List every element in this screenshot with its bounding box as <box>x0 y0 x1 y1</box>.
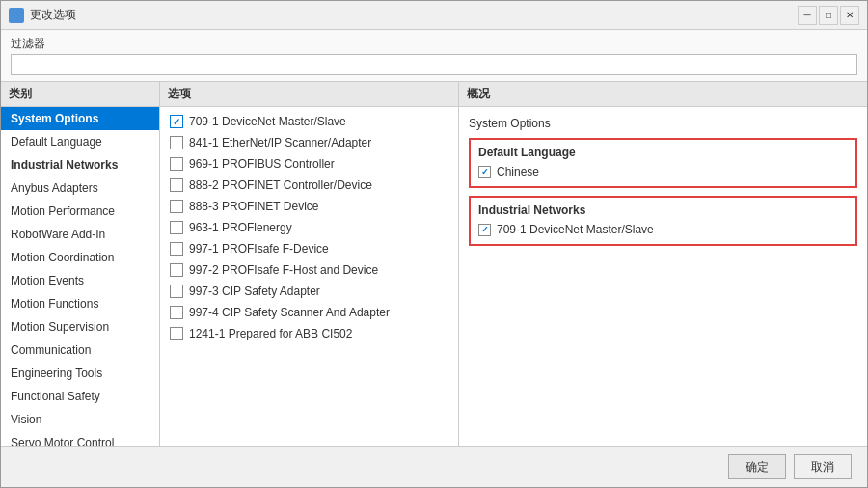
title-bar-left: 更改选项 <box>9 7 76 23</box>
option-label-963-1: 963-1 PROFlenergy <box>189 221 292 234</box>
option-checkbox-997-1[interactable] <box>170 242 183 256</box>
option-item-709-1[interactable]: 709-1 DeviceNet Master/Slave <box>160 111 458 132</box>
category-item-motion-supervision[interactable]: Motion Supervision <box>1 315 159 339</box>
option-label-888-2: 888-2 PROFINET Controller/Device <box>189 178 372 192</box>
overview-default-language-section: Default Language Chinese <box>469 138 857 188</box>
option-checkbox-1241-1[interactable] <box>170 327 183 340</box>
category-item-vision[interactable]: Vision <box>1 408 159 431</box>
option-item-997-1[interactable]: 997-1 PROFIsafe F-Device <box>160 238 458 259</box>
option-item-888-3[interactable]: 888-3 PROFINET Device <box>160 196 458 217</box>
window-title: 更改选项 <box>30 7 76 23</box>
filter-label: 过滤器 <box>11 36 857 52</box>
filter-input[interactable] <box>11 54 857 75</box>
option-item-1241-1[interactable]: 1241-1 Prepared for ABB CI502 <box>160 323 458 344</box>
option-item-888-2[interactable]: 888-2 PROFINET Controller/Device <box>160 175 458 196</box>
window-controls: ─ □ ✕ <box>798 6 859 25</box>
option-item-963-1[interactable]: 963-1 PROFlenergy <box>160 217 458 238</box>
category-item-motion-coordination[interactable]: Motion Coordination <box>1 246 159 269</box>
option-label-969-1: 969-1 PROFIBUS Controller <box>189 157 335 171</box>
option-checkbox-997-4[interactable] <box>170 306 183 319</box>
option-label-709-1: 709-1 DeviceNet Master/Slave <box>189 115 346 128</box>
option-checkbox-969-1[interactable] <box>170 157 183 171</box>
category-item-servo-motor-control[interactable]: Servo Motor Control <box>1 431 159 446</box>
option-item-997-3[interactable]: 997-3 CIP Safety Adapter <box>160 281 458 302</box>
overview-dl-label-0: Chinese <box>497 165 539 178</box>
maximize-button[interactable]: □ <box>819 6 838 25</box>
app-icon <box>9 8 24 23</box>
filter-bar: 过滤器 <box>1 30 867 82</box>
option-label-997-4: 997-4 CIP Safety Scanner And Adapter <box>189 306 390 319</box>
category-item-motion-events[interactable]: Motion Events <box>1 269 159 292</box>
option-label-841-1: 841-1 EtherNet/IP Scanner/Adapter <box>189 136 371 149</box>
category-item-motion-functions[interactable]: Motion Functions <box>1 292 159 315</box>
category-item-communication[interactable]: Communication <box>1 339 159 362</box>
category-item-robotware-add-in[interactable]: RobotWare Add-In <box>1 223 159 246</box>
category-list: System OptionsDefault LanguageIndustrial… <box>1 107 159 446</box>
category-item-default-language[interactable]: Default Language <box>1 130 159 153</box>
minimize-button[interactable]: ─ <box>798 6 817 25</box>
mid-panel: 选项 709-1 DeviceNet Master/Slave841-1 Eth… <box>160 82 459 446</box>
overview-industrial-networks-title: Industrial Networks <box>478 203 848 217</box>
main-content: 类别 System OptionsDefault LanguageIndustr… <box>1 82 867 446</box>
right-panel: 概况 System Options Default Language Chine… <box>459 82 867 446</box>
option-label-997-2: 997-2 PROFIsafe F-Host and Device <box>189 263 378 277</box>
cancel-button[interactable]: 取消 <box>794 454 852 479</box>
overview-dl-item-0: Chinese <box>478 163 848 180</box>
overview-header: 概况 <box>459 82 867 107</box>
overview-industrial-networks-section: Industrial Networks 709-1 DeviceNet Mast… <box>469 196 857 246</box>
overview-system-options-title: System Options <box>469 117 857 130</box>
option-checkbox-997-3[interactable] <box>170 285 183 298</box>
overview-dl-checkbox-0 <box>478 166 491 178</box>
option-checkbox-841-1[interactable] <box>170 136 183 149</box>
option-label-1241-1: 1241-1 Prepared for ABB CI502 <box>189 327 352 340</box>
options-header: 选项 <box>160 82 458 107</box>
category-item-motion-performance[interactable]: Motion Performance <box>1 200 159 223</box>
category-item-system-options[interactable]: System Options <box>1 107 159 130</box>
left-panel: 类别 System OptionsDefault LanguageIndustr… <box>1 82 160 446</box>
option-checkbox-888-2[interactable] <box>170 178 183 192</box>
option-checkbox-888-3[interactable] <box>170 200 183 213</box>
option-item-997-2[interactable]: 997-2 PROFIsafe F-Host and Device <box>160 259 458 281</box>
option-checkbox-963-1[interactable] <box>170 221 183 234</box>
option-item-997-4[interactable]: 997-4 CIP Safety Scanner And Adapter <box>160 302 458 323</box>
options-list: 709-1 DeviceNet Master/Slave841-1 EtherN… <box>160 107 458 446</box>
overview-content: System Options Default Language Chinese … <box>459 107 867 446</box>
category-item-anybus-adapters[interactable]: Anybus Adapters <box>1 176 159 200</box>
option-label-888-3: 888-3 PROFINET Device <box>189 200 319 213</box>
option-item-841-1[interactable]: 841-1 EtherNet/IP Scanner/Adapter <box>160 132 458 153</box>
main-window: 更改选项 ─ □ ✕ 过滤器 类别 System OptionsDefault … <box>0 0 868 488</box>
overview-default-language-items: Chinese <box>478 163 848 180</box>
overview-in-label-0: 709-1 DeviceNet Master/Slave <box>497 223 654 236</box>
option-label-997-3: 997-3 CIP Safety Adapter <box>189 285 320 298</box>
option-item-969-1[interactable]: 969-1 PROFIBUS Controller <box>160 153 458 175</box>
option-label-997-1: 997-1 PROFIsafe F-Device <box>189 242 329 256</box>
overview-in-checkbox-0 <box>478 224 491 236</box>
overview-industrial-networks-items: 709-1 DeviceNet Master/Slave <box>478 221 848 238</box>
category-header: 类别 <box>1 82 159 107</box>
overview-in-item-0: 709-1 DeviceNet Master/Slave <box>478 221 848 238</box>
category-item-functional-safety[interactable]: Functional Safety <box>1 385 159 408</box>
bottom-bar: 确定 取消 <box>1 446 867 487</box>
overview-default-language-title: Default Language <box>478 146 848 159</box>
confirm-button[interactable]: 确定 <box>728 454 786 479</box>
category-item-industrial-networks[interactable]: Industrial Networks <box>1 153 159 176</box>
close-button[interactable]: ✕ <box>840 6 859 25</box>
title-bar: 更改选项 ─ □ ✕ <box>1 1 867 30</box>
option-checkbox-709-1[interactable] <box>170 115 183 128</box>
category-item-engineering-tools[interactable]: Engineering Tools <box>1 362 159 385</box>
option-checkbox-997-2[interactable] <box>170 263 183 277</box>
